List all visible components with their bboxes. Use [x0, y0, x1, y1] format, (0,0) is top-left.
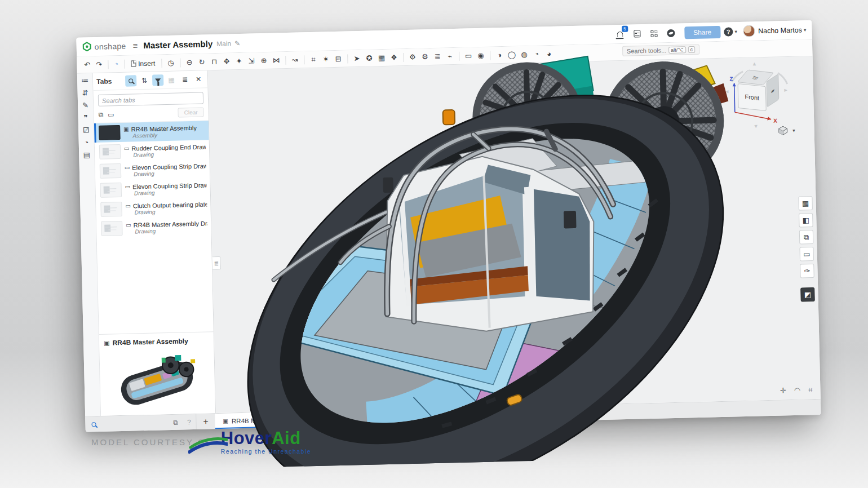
- explode-view-icon[interactable]: ✪: [363, 54, 375, 63]
- comments-panel-icon[interactable]: ❞: [84, 114, 88, 121]
- logo-tagline: Reaching the Unreachable: [221, 448, 311, 455]
- list-view-icon[interactable]: ≣: [179, 74, 191, 85]
- redo-button[interactable]: ↷: [93, 59, 105, 70]
- selection-tool-icon[interactable]: ◩: [800, 287, 815, 302]
- belt-relation-icon[interactable]: ⌁: [444, 52, 456, 61]
- tab-manager-icon[interactable]: ≔: [81, 77, 88, 84]
- slider-mate-icon[interactable]: ⇲: [245, 56, 258, 65]
- replicate-icon[interactable]: ✶: [320, 55, 332, 64]
- search-tools-box[interactable]: Search tools... alt/⌥ c: [622, 45, 700, 56]
- bom-table-icon[interactable]: ▦: [798, 196, 813, 211]
- gear-relation-icon[interactable]: ⚙: [406, 52, 419, 61]
- forum-button[interactable]: [664, 26, 678, 39]
- drawing-tab-icon: ▭: [124, 145, 130, 152]
- cylindrical-mate-icon[interactable]: ✦: [233, 57, 245, 66]
- mate-connector-icon[interactable]: ↝: [289, 55, 301, 64]
- forum-icon: [667, 29, 675, 37]
- thumbnail-toggle-button[interactable]: ⧉: [169, 415, 183, 431]
- search-icon: [91, 422, 96, 427]
- search-tabs-icon[interactable]: [125, 75, 136, 86]
- tab-list-item[interactable]: ▭Clutch Output bearing plate Drawing: [96, 197, 211, 219]
- history-panel-icon[interactable]: ◔: [84, 139, 88, 146]
- add-tab-button[interactable]: +: [196, 414, 215, 429]
- scale-indicator-icon[interactable]: ⌗: [808, 385, 813, 394]
- bottom-tab-active[interactable]: ▣RR4B Master Assembly: [215, 411, 308, 429]
- render-studio-icon[interactable]: ◉: [475, 51, 487, 60]
- sync-button[interactable]: ◔: [111, 59, 121, 69]
- toolbar-divider: [347, 54, 348, 63]
- group-icon[interactable]: ⌗: [307, 55, 320, 64]
- preview-hovercraft-image: [112, 350, 202, 409]
- linear-pattern-icon[interactable]: ⊟: [332, 55, 344, 64]
- appearance-panel-icon[interactable]: ✎: [82, 101, 88, 109]
- create-drawing-icon[interactable]: ▭: [462, 51, 475, 60]
- tabs-panel-header: Tabs ⇅ ▦ ≣ ✕: [93, 70, 208, 91]
- close-panel-icon[interactable]: ✕: [193, 73, 204, 85]
- configurations-icon[interactable]: ◧: [799, 213, 813, 228]
- named-views-icon[interactable]: ▦: [375, 54, 388, 63]
- drawing-tab-icon: ▭: [125, 165, 130, 171]
- apps-button[interactable]: [647, 27, 661, 40]
- workspace-label[interactable]: Main: [216, 39, 231, 48]
- grid-view-icon[interactable]: ▦: [166, 74, 177, 86]
- logo-word-hover: Hover: [221, 428, 272, 448]
- tab-list-item[interactable]: ▣RR4B Master Assembly Assembly: [94, 121, 209, 143]
- view-cube-front-face[interactable]: Front: [738, 83, 767, 111]
- search-tabs-input[interactable]: [98, 92, 203, 106]
- display-states-icon[interactable]: ❖: [388, 53, 400, 62]
- tab-list-item[interactable]: ▭Elevon Coupling Strip Draw Drawing: [95, 178, 210, 200]
- panel-collapse-handle[interactable]: ≣: [212, 256, 222, 270]
- undo-button[interactable]: ↶: [81, 59, 93, 70]
- screw-relation-icon[interactable]: ≣: [431, 52, 444, 61]
- snap-mode-icon[interactable]: ➤: [351, 54, 363, 63]
- revolute-mate-icon[interactable]: ↻: [196, 57, 208, 66]
- bottom-tab-inactive[interactable]: ▭Rudder Coupling: [308, 410, 382, 427]
- view-mode-button[interactable]: ▾: [778, 126, 795, 136]
- view-cube[interactable]: ◂ ▸ ▴ ▾ Z X Top ▰ Front: [724, 61, 799, 130]
- hide-others-icon[interactable]: ◔: [530, 50, 543, 59]
- svg-text:Z: Z: [729, 76, 733, 82]
- versions-link-icon[interactable]: ✎: [234, 39, 240, 47]
- custom-table-icon[interactable]: ✑: [800, 264, 814, 278]
- filter-drawings-icon[interactable]: ▭: [108, 110, 114, 118]
- fastened-mate-icon[interactable]: ⊓: [208, 57, 220, 66]
- help-button[interactable]: ?▾: [724, 25, 738, 38]
- section-view-icon[interactable]: ◑: [493, 51, 506, 60]
- tab-list-item[interactable]: ▭Elevon Coupling Strip Draw Drawing: [95, 159, 210, 181]
- planar-mate-icon[interactable]: ✥: [220, 57, 233, 66]
- sort-tabs-icon[interactable]: ⇅: [139, 75, 150, 86]
- mouse-hints-icon[interactable]: ✛: [780, 386, 786, 395]
- user-avatar[interactable]: [743, 25, 755, 37]
- versions-panel-icon[interactable]: ⚂: [83, 126, 90, 134]
- filter-tabs-icon[interactable]: [152, 74, 163, 86]
- tab-list-item[interactable]: ▭Rudder Coupling End Draw Drawing: [95, 140, 210, 162]
- rollback-bar-icon[interactable]: ◷: [165, 59, 177, 68]
- tasks-button[interactable]: [630, 28, 644, 41]
- notifications-button[interactable]: 5: [613, 28, 627, 41]
- filter-assemblies-icon[interactable]: ⧉: [98, 110, 103, 118]
- tab-list-item[interactable]: ▭RR4B Master Assembly Dra Drawing: [96, 216, 211, 238]
- appearance-icon[interactable]: ◯: [506, 50, 518, 59]
- clear-filter-button[interactable]: Clear: [178, 107, 203, 117]
- toolbar-divider: [304, 55, 304, 64]
- share-button[interactable]: Share: [684, 25, 721, 39]
- document-menu-icon[interactable]: ≡: [132, 41, 138, 50]
- graphics-viewport[interactable]: ◂ ▸ ▴ ▾ Z X Top ▰ Front: [208, 56, 821, 413]
- user-name[interactable]: Nacho Martos: [758, 26, 802, 35]
- duplicate-parts-icon[interactable]: ⧉: [799, 230, 814, 245]
- drawing-views-icon[interactable]: ▭: [799, 247, 814, 261]
- tabs-panel: Tabs ⇅ ▦ ≣ ✕ ⧉ ▭ Clear ▣RR4B Master Asse…: [93, 70, 216, 416]
- filter-settings-icon[interactable]: ⇵: [82, 89, 88, 96]
- show-all-icon[interactable]: ◕: [543, 50, 555, 59]
- user-menu-caret-icon[interactable]: ▾: [804, 27, 807, 33]
- insert-button[interactable]: Insert: [127, 58, 158, 69]
- bottom-tab-label: Rudder Coupling: [325, 414, 374, 422]
- rack-pinion-relation-icon[interactable]: ⚙: [419, 52, 431, 61]
- notes-panel-icon[interactable]: ▤: [83, 151, 90, 158]
- isolate-icon[interactable]: ◍: [518, 50, 530, 59]
- ball-mate-icon[interactable]: ⊕: [258, 56, 270, 65]
- mate-icon[interactable]: ⊖: [183, 58, 196, 67]
- view-orientation-icon[interactable]: ◠: [794, 386, 801, 395]
- tab-help-button[interactable]: ?: [182, 414, 196, 430]
- parallel-mate-icon[interactable]: ⋈: [270, 56, 282, 65]
